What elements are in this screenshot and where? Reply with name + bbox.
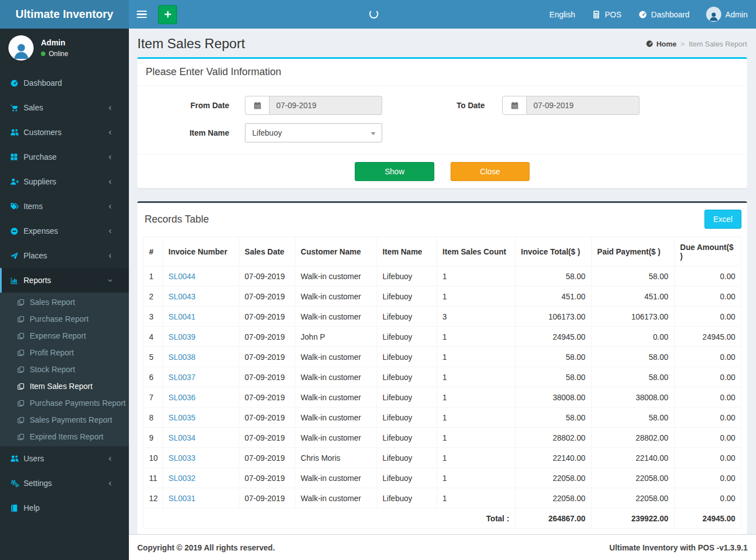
customer-name: Walk-in customer [295,387,377,408]
version-text: Ultimate Inventory with POS -v1.3.9.1 [609,543,748,552]
total-label: Total : [143,508,516,529]
page-title: Item Sales Report [137,36,245,52]
language-menu[interactable]: English [541,0,583,29]
navbar-menu: English POS Dashboard Admin [541,0,756,29]
user-menu[interactable]: Admin [698,0,756,29]
item-sales-count: 1 [437,347,515,367]
close-button[interactable]: Close [451,162,530,181]
invoice-total: 58.00 [515,266,591,286]
submenu-item-profit-report[interactable]: Profit Report [0,344,129,361]
calendar-icon[interactable] [245,96,270,115]
submenu-item-sales-report[interactable]: Sales Report [0,294,129,311]
sidebar-item-settings[interactable]: Settings [0,471,129,496]
chevron-left-icon [107,456,120,462]
submenu-item-expired-items-report[interactable]: Expired Items Report [0,428,129,445]
sidebar-item-purchase[interactable]: Purchase [0,145,129,169]
col-sales-date: Sales Date [239,237,295,266]
cell-index: 1 [143,266,163,286]
sales-date: 07-09-2019 [239,387,295,408]
item-sales-count: 1 [437,286,515,307]
sidebar-item-users[interactable]: Users [0,446,129,471]
invoice-number: SL0033 [163,448,239,468]
invoice-link[interactable]: SL0035 [169,413,196,422]
copy-icon [17,316,30,323]
invoice-link[interactable]: SL0044 [169,272,196,281]
paid-payment: 58.00 [591,266,674,286]
to-date-input[interactable] [527,96,639,115]
chevron-left-icon [107,253,120,259]
due-amount: 0.00 [674,266,741,286]
sidebar-item-expenses[interactable]: Expenses [0,219,129,243]
invoice-number: SL0034 [163,428,239,448]
invoice-link[interactable]: SL0031 [169,494,196,503]
submenu-item-purchase-report[interactable]: Purchase Report [0,311,129,327]
paid-payment: 22140.00 [591,448,674,468]
invoice-link[interactable]: SL0043 [169,292,196,301]
pos-link[interactable]: POS [583,0,630,29]
loader-icon [369,10,378,18]
sidebar-item-sales[interactable]: Sales [0,95,129,120]
invoice-link[interactable]: SL0039 [169,332,196,341]
sales-date: 07-09-2019 [239,468,295,488]
cell-index: 12 [143,488,163,508]
item-name-select[interactable]: Lifebuoy [245,123,382,142]
sales-date: 07-09-2019 [239,307,295,327]
paid-payment: 451.00 [591,286,674,307]
col-invoice-number: Invoice Number [163,237,239,266]
invoice-total: 22058.00 [515,488,591,508]
due-amount: 0.00 [674,428,741,448]
sidebar-item-suppliers[interactable]: Suppliers [0,169,129,194]
show-button[interactable]: Show [355,162,434,181]
add-button[interactable] [158,5,177,24]
invoice-total: 106173.00 [515,307,591,327]
invoice-number: SL0044 [163,266,239,286]
sidebar-item-dashboard[interactable]: Dashboard [0,71,129,95]
calendar-icon[interactable] [502,96,527,115]
from-date-input[interactable] [270,96,382,115]
paid-payment: 58.00 [591,408,674,428]
item-sales-count: 1 [437,428,515,448]
submenu-item-stock-report[interactable]: Stock Report [0,361,129,378]
submenu-item-item-sales-report[interactable]: Item Sales Report [0,378,129,395]
dashboard-link[interactable]: Dashboard [630,0,698,29]
avatar [8,35,34,61]
book-icon [10,504,24,512]
item-name: Lifebuoy [377,387,437,408]
sidebar-item-places[interactable]: Places [0,243,129,268]
table-header-row: # Invoice Number Sales Date Customer Nam… [143,237,741,266]
customer-name: Walk-in customer [295,307,377,327]
table-row: 8SL003507-09-2019Walk-in customerLifebuo… [143,408,741,428]
sidebar-toggle-button[interactable] [129,0,155,29]
invoice-link[interactable]: SL0041 [169,312,196,321]
invoice-number: SL0032 [163,468,239,488]
customer-name: Walk-in customer [295,367,377,387]
invoice-link[interactable]: SL0037 [169,373,196,382]
invoice-link[interactable]: SL0036 [169,393,196,402]
sidebar-item-customers[interactable]: Customers [0,120,129,145]
breadcrumb-current: Item Sales Report [689,40,747,48]
total-due-amount: 24945.00 [674,508,741,529]
col-invoice-total: Invoice Total($ ) [515,237,591,266]
col-item-sales-count: Item Sales Count [437,237,515,266]
user-plus-icon [10,177,24,186]
item-sales-count: 1 [437,448,515,468]
sidebar-item-help[interactable]: Help [0,496,129,520]
table-row: 11SL003207-09-2019Walk-in customerLifebu… [143,468,741,488]
invoice-link[interactable]: SL0033 [169,453,196,462]
invoice-link[interactable]: SL0034 [169,433,196,442]
speedometer-icon [646,40,653,48]
invoice-total: 22140.00 [515,448,591,468]
item-name: Lifebuoy [377,408,437,428]
invoice-link[interactable]: SL0038 [169,353,196,362]
sidebar-item-reports[interactable]: Reports [0,268,129,293]
cell-index: 9 [143,428,163,448]
invoice-number: SL0031 [163,488,239,508]
submenu-item-expense-report[interactable]: Expense Report [0,327,129,344]
breadcrumb-home-link[interactable]: Home [646,40,676,48]
invoice-link[interactable]: SL0032 [169,474,196,483]
sidebar-item-items[interactable]: Items [0,194,129,219]
app-logo[interactable]: Ultimate Inventory [0,0,129,29]
excel-export-button[interactable]: Excel [704,210,741,229]
submenu-item-purchase-payments-report[interactable]: Purchase Payments Report [0,395,129,411]
submenu-item-sales-payments-report[interactable]: Sales Payments Report [0,411,129,428]
